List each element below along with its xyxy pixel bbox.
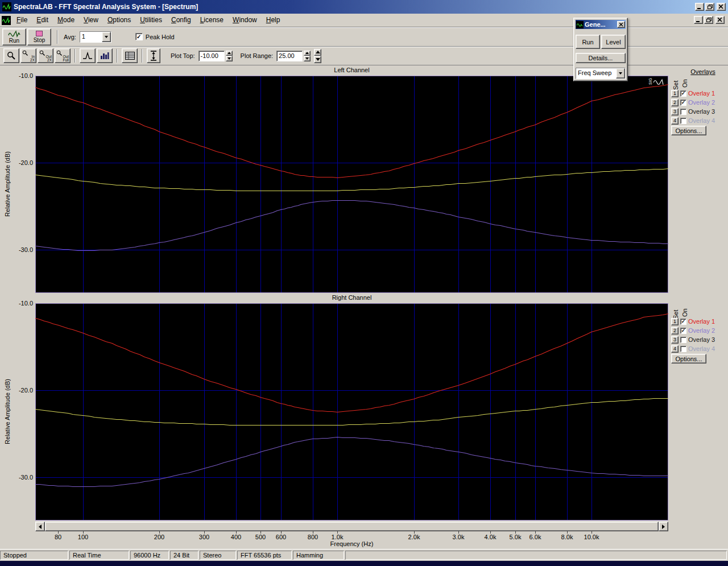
overlays-title[interactable]: Overlays	[680, 68, 726, 75]
menu-help[interactable]: Help	[262, 14, 285, 27]
generator-details-button[interactable]: Details...	[576, 53, 626, 63]
menu-file[interactable]: File	[12, 14, 32, 27]
spin-up-icon[interactable]	[226, 51, 233, 56]
right-channel-title: Right Channel	[35, 294, 668, 301]
overlay-3-select-button-left[interactable]: 3	[671, 108, 679, 115]
toolbar-separator	[117, 49, 118, 63]
plot-range-spinner	[304, 51, 311, 61]
overlays-options-button-right[interactable]: Options...	[671, 354, 706, 363]
overlay-3-label-left: Overlay 3	[688, 108, 715, 115]
spin-down-icon[interactable]	[314, 56, 321, 63]
zoom-out-2x-button[interactable]: Out 2X	[38, 48, 53, 63]
spin-down-icon[interactable]	[304, 56, 311, 61]
right-channel-ylabel: Relative Amplitude (dB)	[3, 303, 11, 520]
series-live-trace-peak-hold-	[35, 169, 668, 191]
menu-options[interactable]: Options	[103, 14, 135, 27]
plot-range-field[interactable]: 25.00	[276, 51, 303, 61]
peak-cursor-button[interactable]	[80, 48, 96, 63]
generator-titlebar[interactable]: Gene...	[576, 20, 626, 29]
chevron-down-icon[interactable]	[616, 68, 625, 79]
overlay-1-on-checkbox-left[interactable]: ✓	[680, 90, 686, 97]
overlay-1-select-button-left[interactable]: 1	[671, 90, 679, 97]
x-tick-label: 6.0k	[523, 534, 548, 540]
menu-view[interactable]: View	[79, 14, 103, 27]
avg-combobox[interactable]: 1	[80, 31, 111, 43]
magnifier-icon	[56, 50, 63, 56]
overlay-4-on-checkbox-left[interactable]: ✓	[680, 118, 686, 124]
grid-panel-icon	[125, 52, 135, 60]
overlays-on-header: On	[681, 75, 688, 88]
grid-display-button[interactable]	[122, 48, 138, 63]
overlay-3-on-checkbox-right[interactable]: ✓	[680, 337, 686, 343]
overlay-2-select-button-left[interactable]: 2	[671, 99, 679, 106]
titlebar[interactable]: SpectraLAB - FFT Spectral Analysis Syste…	[0, 0, 728, 14]
x-tick-label: 300	[192, 534, 217, 540]
bottom-strip	[0, 561, 728, 566]
overlay-2-select-button-right[interactable]: 2	[671, 327, 679, 334]
restore-icon	[708, 5, 713, 10]
scroll-right-button[interactable]	[659, 522, 668, 531]
mdi-close-button[interactable]	[715, 16, 725, 24]
mdi-window-controls	[694, 16, 725, 24]
right-channel-plot[interactable]	[35, 303, 668, 520]
overlay-4-select-button-left[interactable]: 4	[671, 117, 679, 125]
generator-level-button[interactable]: Level	[601, 35, 626, 49]
menu-edit[interactable]: Edit	[32, 14, 53, 27]
status-stereo: Stereo	[200, 551, 236, 560]
overlay-3-on-checkbox-left[interactable]: ✓	[680, 109, 686, 115]
peak-hold-checkbox[interactable]: ✓	[135, 33, 143, 40]
x-tick-label: 80	[46, 534, 71, 540]
menu-mode[interactable]: Mode	[53, 14, 79, 27]
overlay-2-on-checkbox-right[interactable]: ✓	[680, 328, 686, 334]
zoom-out-full-label: Out Full	[63, 55, 69, 62]
series-overlay-2	[35, 201, 668, 251]
run-button[interactable]: Run	[2, 28, 26, 46]
overlay-3-label-right: Overlay 3	[688, 336, 715, 343]
x-tick-label: 3.0k	[446, 534, 471, 540]
series-live-trace-peak-hold-	[35, 399, 668, 425]
bar-display-button[interactable]	[97, 48, 113, 63]
stop-button[interactable]: Stop	[27, 28, 51, 46]
autoscale-vertical-button[interactable]	[147, 48, 160, 63]
mdi-minimize-button[interactable]	[694, 16, 703, 24]
menu-license[interactable]: License	[196, 14, 228, 27]
y-tick-label: -10.0	[10, 300, 33, 307]
close-button[interactable]	[717, 3, 726, 11]
minimize-button[interactable]	[695, 3, 704, 11]
plot-top-field[interactable]: -10.00	[198, 51, 225, 61]
overlays-options-button-left[interactable]: Options...	[671, 126, 706, 135]
zoom-out-full-button[interactable]: Out Full	[55, 48, 71, 63]
chevron-down-icon[interactable]	[102, 32, 111, 42]
overlay-4-select-button-right[interactable]: 4	[671, 345, 679, 353]
peak-hold-check-mark: ✓	[136, 34, 141, 40]
generator-mode-combobox[interactable]: Freq Sweep	[576, 68, 626, 79]
menu-window[interactable]: Window	[228, 14, 262, 27]
x-tick-label: 1.0k	[325, 534, 350, 540]
scroll-left-button[interactable]	[35, 522, 45, 531]
zoom-tool-button[interactable]	[3, 48, 19, 63]
check-mark: ✓	[681, 319, 686, 324]
overlay-4-on-checkbox-right[interactable]: ✓	[680, 346, 686, 352]
overlay-2-on-checkbox-left[interactable]: ✓	[680, 100, 686, 106]
scrollbar-thumb[interactable]	[45, 522, 659, 531]
generator-close-button[interactable]	[617, 21, 625, 28]
overlay-3-select-button-right[interactable]: 3	[671, 336, 679, 344]
generator-run-button[interactable]: Run	[576, 35, 600, 49]
left-channel-plot[interactable]: SIG	[35, 76, 668, 293]
frequency-scrollbar[interactable]	[35, 522, 668, 531]
x-tick-label: 800	[300, 534, 325, 540]
spin-down-icon[interactable]	[226, 56, 233, 61]
zoom-in-2x-button[interactable]: In 2X	[20, 48, 36, 63]
menu-config[interactable]: Config	[167, 14, 196, 27]
spin-up-icon[interactable]	[314, 49, 321, 56]
y-tick-label: -20.0	[10, 159, 33, 166]
spin-up-icon[interactable]	[304, 51, 311, 56]
overlay-1-on-checkbox-right[interactable]: ✓	[680, 319, 686, 325]
arrow-left-icon	[39, 524, 42, 529]
menu-utilities[interactable]: Utilities	[135, 14, 167, 27]
y-tick-label: -20.0	[10, 387, 33, 394]
overlay-1-select-button-right[interactable]: 1	[671, 318, 679, 325]
mdi-restore-button[interactable]	[704, 16, 713, 24]
restore-button[interactable]	[705, 3, 714, 11]
magnifier-icon	[22, 50, 28, 56]
